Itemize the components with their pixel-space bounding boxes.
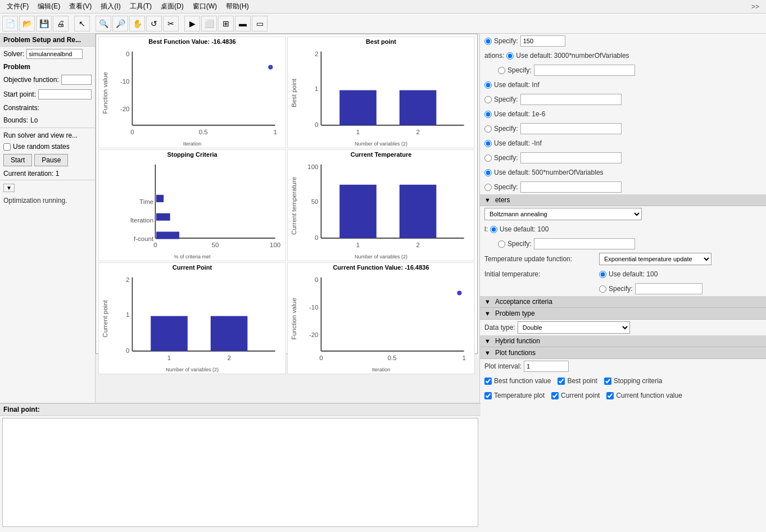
initial-temp-full-row: Initial temperature: Use default: 100 bbox=[480, 267, 766, 281]
problem-type-header[interactable]: ▼ Problem type bbox=[480, 308, 766, 320]
toolbar-block2[interactable]: ▭ bbox=[252, 16, 268, 31]
svg-rect-16 bbox=[400, 90, 437, 125]
use-default-3000-radio[interactable] bbox=[506, 52, 514, 60]
toolbar-save[interactable]: 💾 bbox=[36, 16, 52, 31]
toolbar-print[interactable]: 🖨 bbox=[53, 16, 69, 31]
plot-checkboxes-row1: Best function value Best point Stopping … bbox=[480, 374, 766, 388]
current-function-value-checkbox[interactable] bbox=[606, 392, 614, 399]
svg-text:0: 0 bbox=[315, 234, 318, 241]
toolbar-play[interactable]: ▶ bbox=[184, 16, 200, 31]
current-point-checkbox[interactable] bbox=[551, 392, 559, 399]
start-point-input[interactable] bbox=[38, 89, 92, 99]
current-point-cb-label: Current point bbox=[561, 392, 600, 399]
acceptance-criteria-header[interactable]: ▼ Acceptance criteria bbox=[480, 296, 766, 308]
toolbar-new[interactable]: 📄 bbox=[2, 16, 18, 31]
specify-input-1[interactable] bbox=[520, 35, 565, 47]
svg-text:1: 1 bbox=[126, 311, 129, 318]
temp-update-dropdown[interactable]: Exponential temperature update bbox=[599, 253, 711, 265]
toolbar-cursor[interactable]: ↖ bbox=[74, 16, 90, 31]
specify-input-6[interactable] bbox=[520, 181, 622, 193]
best-point-title: Best point bbox=[366, 38, 396, 45]
toolbar-stop[interactable]: ⬜ bbox=[201, 16, 217, 31]
menu-view[interactable]: 查看(V) bbox=[65, 2, 96, 11]
output-area[interactable] bbox=[2, 418, 478, 527]
use-default-100-2-radio[interactable] bbox=[599, 271, 606, 278]
svg-rect-47 bbox=[211, 316, 248, 351]
objective-row: Objective function: bbox=[0, 72, 95, 87]
random-states-row: Use random states bbox=[0, 142, 95, 152]
temperature-plot-checkbox[interactable] bbox=[484, 392, 492, 399]
toolbar-rotate[interactable]: ↺ bbox=[146, 16, 162, 31]
specify-input-8[interactable] bbox=[635, 283, 702, 294]
menu-help[interactable]: 帮助(H) bbox=[221, 2, 253, 11]
specify-radio-2[interactable] bbox=[498, 67, 505, 74]
use-random-checkbox[interactable] bbox=[3, 143, 11, 151]
toolbar-brush[interactable]: ✂ bbox=[163, 16, 179, 31]
plot-interval-input[interactable] bbox=[524, 361, 569, 372]
collapse-arrows[interactable]: >> bbox=[747, 3, 764, 11]
stopping-criteria-checkbox[interactable] bbox=[604, 378, 611, 385]
toolbar-block1[interactable]: ▬ bbox=[235, 16, 251, 31]
specify-radio-5[interactable] bbox=[484, 154, 492, 162]
menu-edit[interactable]: 编辑(E) bbox=[33, 2, 65, 11]
best-function-value-checkbox[interactable] bbox=[484, 378, 492, 385]
specify-input-2[interactable] bbox=[534, 65, 635, 76]
svg-point-8 bbox=[268, 65, 273, 69]
specify-radio-8[interactable] bbox=[599, 285, 606, 293]
specify-input-3[interactable] bbox=[520, 94, 622, 105]
svg-text:50: 50 bbox=[311, 198, 319, 205]
svg-rect-30 bbox=[156, 195, 164, 202]
parameters-header[interactable]: ▼ eters bbox=[480, 194, 766, 206]
plot-interval-label: Plot interval: bbox=[484, 362, 522, 370]
specify-radio-6[interactable] bbox=[484, 184, 492, 191]
constraints-label: Constraints: bbox=[3, 104, 39, 112]
specify-radio-4[interactable] bbox=[484, 125, 492, 133]
final-point-section: Final point: bbox=[0, 404, 481, 416]
stopping-title: Stopping Criteria bbox=[167, 151, 217, 158]
svg-text:-10: -10 bbox=[120, 78, 130, 85]
data-type-label: Data type: bbox=[484, 324, 515, 331]
current-iteration-label: Current iteration: bbox=[3, 170, 53, 178]
use-default-inf-radio[interactable] bbox=[484, 81, 492, 89]
menu-desktop[interactable]: 桌面(D) bbox=[156, 2, 188, 11]
use-default-1e6-radio[interactable] bbox=[484, 111, 492, 118]
best-point-checkbox[interactable] bbox=[557, 378, 565, 385]
start-button[interactable]: Start bbox=[3, 154, 32, 166]
solver-label: Solver: bbox=[3, 50, 24, 58]
use-default-neg-inf-radio[interactable] bbox=[484, 140, 492, 147]
specify-input-4[interactable] bbox=[520, 123, 622, 134]
toolbar-grid[interactable]: ⊞ bbox=[218, 16, 234, 31]
hybrid-function-header[interactable]: ▼ Hybrid function bbox=[480, 335, 766, 347]
annealing-dropdown[interactable]: Boltzmann annealing bbox=[484, 208, 642, 220]
toolbar-zoom-out[interactable]: 🔎 bbox=[112, 16, 128, 31]
data-type-dropdown[interactable]: Double bbox=[518, 321, 630, 334]
arrow-down[interactable]: ▼ bbox=[3, 184, 15, 192]
objective-input[interactable] bbox=[61, 75, 92, 85]
specify-radio-3[interactable] bbox=[484, 96, 492, 103]
plot-functions-header[interactable]: ▼ Plot functions bbox=[480, 347, 766, 359]
plot-checkboxes-row2: Temperature plot Current point Current f… bbox=[480, 388, 766, 403]
specify-radio-7[interactable] bbox=[498, 240, 505, 248]
use-default-500-radio[interactable] bbox=[484, 169, 492, 176]
toolbar-open[interactable]: 📂 bbox=[19, 16, 35, 31]
use-default-1e6-label: Use default: 1e-6 bbox=[494, 110, 545, 118]
menu-file[interactable]: 文件(F) bbox=[2, 2, 33, 11]
specify-input-5[interactable] bbox=[520, 152, 622, 163]
menu-insert[interactable]: 插入(I) bbox=[96, 2, 125, 11]
toolbar-zoom-in[interactable]: 🔍 bbox=[96, 16, 111, 31]
toolbar-pan[interactable]: ✋ bbox=[129, 16, 145, 31]
stopping-criteria-cb-label: Stopping criteria bbox=[614, 377, 663, 385]
specify-label-3: Specify: bbox=[494, 96, 518, 103]
solver-input[interactable] bbox=[26, 49, 83, 59]
specify-row-2: Specify: bbox=[480, 63, 766, 78]
stopping-svg: f-count Iteration Time 0 50 100 bbox=[100, 159, 284, 253]
menu-window[interactable]: 窗口(W) bbox=[188, 2, 221, 11]
pause-button[interactable]: Pause bbox=[34, 154, 68, 166]
menu-tools[interactable]: 工具(T) bbox=[125, 2, 156, 11]
specify-row-8: Specify: bbox=[480, 281, 766, 296]
specify-input-7[interactable] bbox=[534, 238, 635, 249]
use-default-100-radio[interactable] bbox=[490, 226, 497, 233]
svg-rect-36 bbox=[339, 185, 377, 238]
specify-radio-1[interactable] bbox=[484, 38, 492, 45]
specify-label-7: Specify: bbox=[507, 240, 532, 248]
